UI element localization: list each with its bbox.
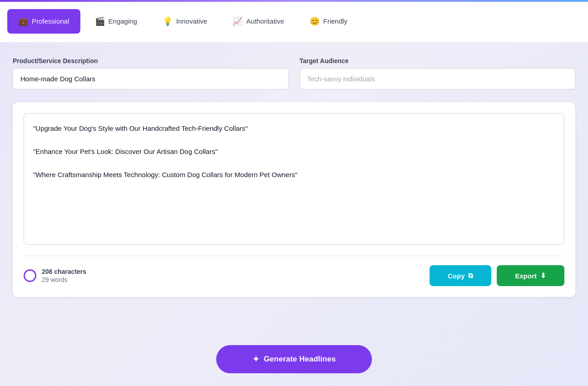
copy-label: Copy xyxy=(448,272,465,280)
tab-innovative-label: Innovative xyxy=(176,17,207,25)
friendly-icon: 😊 xyxy=(310,16,320,26)
tab-professional[interactable]: 💼 Professional xyxy=(7,9,80,34)
count-text: 208 characters 29 words xyxy=(42,268,86,283)
product-label: Product/Service Description xyxy=(13,57,289,64)
tab-authoritative[interactable]: 📈 Authoritative xyxy=(222,9,295,34)
count-circle-icon xyxy=(24,269,36,282)
audience-input[interactable] xyxy=(300,68,576,89)
tab-professional-label: Professional xyxy=(32,17,69,25)
export-button[interactable]: Export ⬇ xyxy=(497,265,564,286)
character-count: 208 characters xyxy=(42,268,86,275)
word-count: 208 characters 29 words xyxy=(24,268,86,283)
tab-friendly[interactable]: 😊 Friendly xyxy=(299,9,358,34)
action-buttons: Copy ⧉ Export ⬇ xyxy=(430,265,564,286)
professional-icon: 💼 xyxy=(18,16,28,26)
copy-button[interactable]: Copy ⧉ xyxy=(430,265,492,286)
innovative-icon: 💡 xyxy=(163,16,173,26)
result-card: "Upgrade Your Dog's Style with Our Handc… xyxy=(13,102,575,297)
result-textarea[interactable]: "Upgrade Your Dog's Style with Our Handc… xyxy=(24,113,564,245)
result-footer: 208 characters 29 words Copy ⧉ Export ⬇ xyxy=(24,256,564,286)
generate-label: Generate Headlines xyxy=(264,355,336,364)
export-icon: ⬇ xyxy=(540,272,546,280)
main-content: Product/Service Description Target Audie… xyxy=(0,43,588,312)
authoritative-icon: 📈 xyxy=(232,16,242,26)
tab-engaging-label: Engaging xyxy=(109,17,137,25)
engaging-icon: 🎬 xyxy=(95,16,105,26)
audience-group: Target Audience xyxy=(300,57,576,89)
sparkle-icon: ✦ xyxy=(252,354,259,364)
generate-button[interactable]: ✦ Generate Headlines xyxy=(216,345,372,373)
tab-authoritative-label: Authoritative xyxy=(246,17,284,25)
copy-icon: ⧉ xyxy=(468,272,473,280)
tab-innovative[interactable]: 💡 Innovative xyxy=(152,9,218,34)
tab-friendly-label: Friendly xyxy=(323,17,347,25)
word-count-label: 29 words xyxy=(42,276,86,283)
audience-label: Target Audience xyxy=(300,57,576,64)
tabs-bar: 💼 Professional 🎬 Engaging 💡 Innovative 📈… xyxy=(0,0,588,43)
export-label: Export xyxy=(515,272,537,280)
tab-engaging[interactable]: 🎬 Engaging xyxy=(84,9,148,34)
product-input[interactable] xyxy=(13,68,289,89)
product-group: Product/Service Description xyxy=(13,57,289,89)
form-row: Product/Service Description Target Audie… xyxy=(13,57,575,89)
generate-bar: ✦ Generate Headlines xyxy=(216,345,372,373)
